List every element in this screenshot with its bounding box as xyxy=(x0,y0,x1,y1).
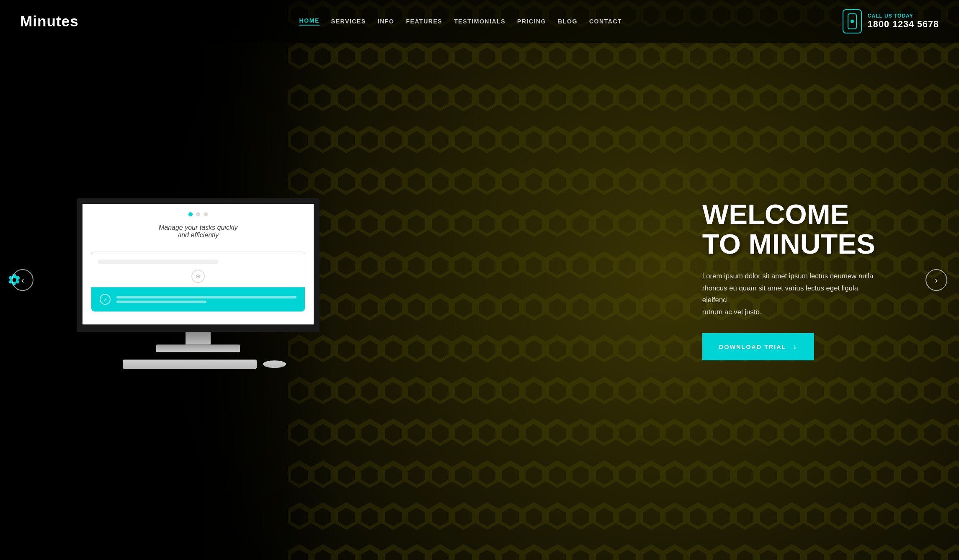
nav-contact[interactable]: CONTACT xyxy=(589,18,622,25)
hero-title-line1: WELCOME xyxy=(702,198,849,230)
carousel-prev-button[interactable]: ‹ xyxy=(12,269,34,291)
nav-home[interactable]: HOME xyxy=(299,17,320,26)
hero-title: WELCOME TO MINUTES xyxy=(702,200,882,259)
hero-title-line2: TO MINUTES xyxy=(702,228,875,259)
call-area: CALL US TODAY 1800 1234 5678 xyxy=(843,9,939,33)
monitor-screen: Manage your tasks quicklyand efficiently… xyxy=(77,198,320,332)
nav-testimonials[interactable]: TESTIMONIALS xyxy=(454,18,505,25)
nav-services[interactable]: SERVICES xyxy=(331,18,366,25)
call-label: CALL US TODAY xyxy=(868,13,939,19)
logo: Minutes xyxy=(20,13,79,30)
keyboard xyxy=(123,360,257,369)
dot-1 xyxy=(188,212,193,216)
cta-lines xyxy=(116,296,296,303)
monitor-mockup: Manage your tasks quicklyand efficiently… xyxy=(77,198,320,369)
monitor-foot xyxy=(156,344,240,352)
nav-features[interactable]: FEATURES xyxy=(406,18,442,25)
nav-pricing[interactable]: PRICING xyxy=(517,18,546,25)
navigation: HOME SERVICES INFO FEATURES TESTIMONIALS… xyxy=(299,17,622,26)
monitor-base xyxy=(77,332,320,369)
cta-check-icon: ✓ xyxy=(100,294,111,305)
carousel-next-button[interactable]: › xyxy=(925,269,947,291)
cta-line-2 xyxy=(116,301,206,303)
hero-section: Minutes HOME SERVICES INFO FEATURES TEST… xyxy=(0,0,959,560)
cta-line-1 xyxy=(116,296,296,298)
card-circle: ⊕ xyxy=(191,270,205,283)
monitor-neck xyxy=(186,332,211,344)
dot-2 xyxy=(196,212,200,216)
phone-icon-wrap xyxy=(843,9,862,33)
download-icon: ↓ xyxy=(793,342,798,351)
call-text: CALL US TODAY 1800 1234 5678 xyxy=(868,13,939,30)
screen-cta: ✓ xyxy=(91,287,305,311)
hero-description: Lorem ipsum dolor sit amet ipsum lectus … xyxy=(702,270,882,318)
card-line xyxy=(98,259,218,264)
nav-info[interactable]: INFO xyxy=(378,18,394,25)
screen-dots xyxy=(91,212,305,216)
dot-3 xyxy=(204,212,208,216)
screen-headline: Manage your tasks quicklyand efficiently xyxy=(91,224,305,239)
download-btn-label: DOWNLOAD TRIAL xyxy=(719,344,786,350)
hero-content: WELCOME TO MINUTES Lorem ipsum dolor sit… xyxy=(702,200,882,360)
download-trial-button[interactable]: DOWNLOAD TRIAL ↓ xyxy=(702,333,815,360)
nav-blog[interactable]: BLOG xyxy=(558,18,577,25)
call-number: 1800 1234 5678 xyxy=(868,19,939,30)
screen-card: ⊕ ✓ xyxy=(91,252,305,312)
header: Minutes HOME SERVICES INFO FEATURES TEST… xyxy=(0,0,959,43)
phone-icon xyxy=(848,13,857,29)
